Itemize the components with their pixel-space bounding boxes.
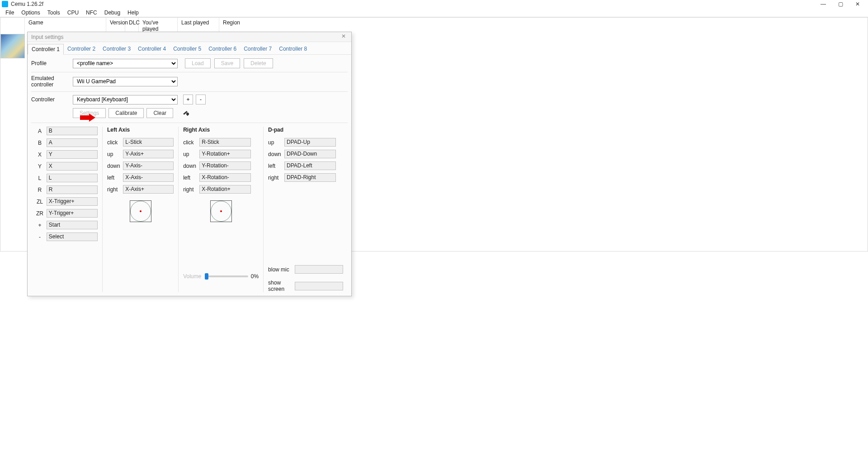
menu-options[interactable]: Options <box>18 9 43 17</box>
face-buttons-column: ABBAXYYXLLRRZLX-Trigger+ZRY-Trigger++Sta… <box>31 127 103 292</box>
map-input[interactable]: Y-Axis+ <box>123 150 174 158</box>
tab-controller-3[interactable]: Controller 3 <box>99 44 134 54</box>
map-input[interactable]: Y-Rotation- <box>199 161 251 170</box>
map-input[interactable]: Y <box>47 150 98 159</box>
profile-label: Profile <box>31 60 73 66</box>
tab-controller-6[interactable]: Controller 6 <box>205 44 240 54</box>
map-input[interactable]: DPAD-Right <box>284 173 336 182</box>
map-line: AB <box>36 127 98 135</box>
map-input[interactable]: R-Stick <box>199 138 251 147</box>
map-line: clickR-Stick <box>183 138 259 147</box>
show-label: show screen <box>268 280 292 292</box>
window-title: Cemu 1.26.2f <box>11 1 43 7</box>
map-line: -Select <box>36 232 98 241</box>
map-label: right <box>183 186 197 193</box>
menu-file[interactable]: File <box>2 9 18 17</box>
map-input[interactable]: B <box>47 127 98 135</box>
map-label: click <box>107 139 120 146</box>
map-input[interactable]: DPAD-Up <box>284 138 336 147</box>
save-button[interactable]: Save <box>214 58 240 68</box>
map-label: click <box>183 139 197 146</box>
map-line: XY <box>36 150 98 159</box>
close-button[interactable]: ✕ <box>849 0 866 8</box>
map-line: leftDPAD-Left <box>268 161 343 170</box>
map-input[interactable]: L-Stick <box>123 138 174 147</box>
window-titlebar: Cemu 1.26.2f — ▢ ✕ <box>0 0 868 8</box>
map-label: L <box>36 175 44 181</box>
map-line: LL <box>36 174 98 182</box>
map-line: downDPAD-Down <box>268 150 343 158</box>
map-input[interactable]: Y-Trigger+ <box>47 209 98 218</box>
left-axis-title: Left Axis <box>107 127 174 133</box>
load-button[interactable]: Load <box>185 58 211 68</box>
calibrate-button[interactable]: Calibrate <box>108 108 144 118</box>
map-label: + <box>36 222 44 228</box>
map-label: B <box>36 140 44 146</box>
minimize-button[interactable]: — <box>815 0 832 8</box>
map-label: down <box>183 163 197 169</box>
menu-nfc[interactable]: NFC <box>82 9 101 17</box>
volume-slider[interactable] <box>205 275 248 277</box>
menu-debug[interactable]: Debug <box>101 9 124 17</box>
map-input[interactable]: X-Rotation- <box>199 173 251 182</box>
map-line: downY-Rotation- <box>183 161 259 170</box>
dialog-close-button[interactable]: ✕ <box>340 33 348 41</box>
map-input[interactable]: DPAD-Down <box>284 150 336 158</box>
tab-controller-5[interactable]: Controller 5 <box>170 44 205 54</box>
map-input[interactable]: X-Axis- <box>123 173 174 182</box>
controller-label: Controller <box>31 96 73 103</box>
right-stick-visual <box>210 200 232 222</box>
map-label: up <box>183 151 197 157</box>
map-label: left <box>268 163 282 169</box>
map-input[interactable]: Y-Rotation+ <box>199 150 251 158</box>
emulated-controller-label: Emulated controller <box>31 75 73 88</box>
menu-help[interactable]: Help <box>124 9 142 17</box>
show-input[interactable] <box>295 282 343 290</box>
map-input[interactable]: Y-Axis- <box>123 161 174 170</box>
map-label: ZL <box>36 199 44 205</box>
tab-controller-4[interactable]: Controller 4 <box>134 44 170 54</box>
map-label: - <box>36 234 44 240</box>
map-label: A <box>36 128 44 134</box>
map-input[interactable]: X-Axis+ <box>123 185 174 194</box>
menu-tools[interactable]: Tools <box>44 9 64 17</box>
map-line: rightX-Axis+ <box>107 185 174 194</box>
brush-icon[interactable] <box>182 109 189 117</box>
dpad-column: D-pad upDPAD-UpdownDPAD-DownleftDPAD-Lef… <box>264 127 348 292</box>
remove-controller-button[interactable]: - <box>196 95 206 104</box>
delete-button[interactable]: Delete <box>244 58 273 68</box>
emulated-controller-select[interactable]: Wii U GamePad <box>73 77 178 86</box>
right-axis-title: Right Axis <box>183 127 259 133</box>
blow-label: blow mic <box>268 266 292 273</box>
map-input[interactable]: X-Rotation+ <box>199 185 251 194</box>
tab-controller-7[interactable]: Controller 7 <box>240 44 275 54</box>
add-controller-button[interactable]: + <box>183 95 193 104</box>
menu-cpu[interactable]: CPU <box>64 9 82 17</box>
map-input[interactable]: L <box>47 174 98 182</box>
tab-controller-2[interactable]: Controller 2 <box>64 44 99 54</box>
volume-label: Volume <box>183 273 202 280</box>
map-input[interactable]: R <box>47 185 98 194</box>
map-input[interactable]: A <box>47 138 98 147</box>
maximize-button[interactable]: ▢ <box>832 0 849 8</box>
map-input[interactable]: X <box>47 162 98 171</box>
app-icon <box>2 1 8 7</box>
profile-select[interactable]: <profile name> <box>73 59 178 68</box>
tab-controller-1[interactable]: Controller 1 <box>28 44 64 55</box>
controller-select[interactable]: Keyboard [Keyboard] <box>73 95 178 104</box>
clear-button[interactable]: Clear <box>146 108 173 118</box>
map-label: right <box>107 186 120 193</box>
map-input[interactable]: X-Trigger+ <box>47 197 98 206</box>
tab-controller-8[interactable]: Controller 8 <box>275 44 311 54</box>
input-settings-dialog: Input settings ✕ Controller 1 Controller… <box>27 32 352 296</box>
map-input[interactable]: Select <box>47 232 98 241</box>
map-input[interactable]: DPAD-Left <box>284 161 336 170</box>
game-thumbnail[interactable] <box>0 34 25 58</box>
left-axis-column: Left Axis clickL-StickupY-Axis+downY-Axi… <box>103 127 179 292</box>
map-label: up <box>107 151 120 157</box>
dialog-title: Input settings <box>31 34 63 40</box>
blow-input[interactable] <box>295 265 343 274</box>
map-input[interactable]: Start <box>47 221 98 229</box>
map-line: RR <box>36 185 98 194</box>
map-line: downY-Axis- <box>107 161 174 170</box>
